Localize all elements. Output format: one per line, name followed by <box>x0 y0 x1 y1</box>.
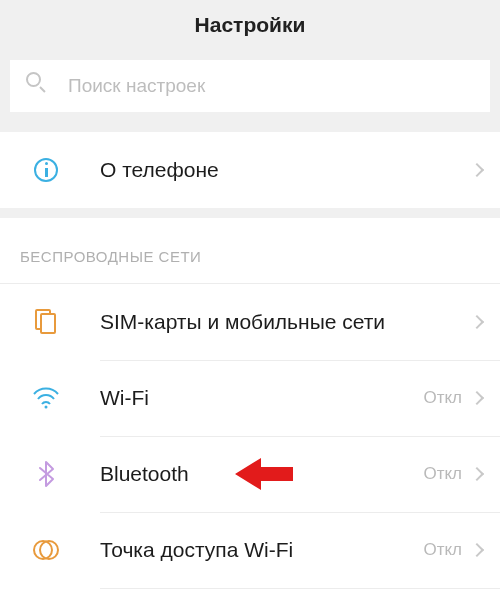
info-icon <box>32 156 60 184</box>
search-bar[interactable] <box>10 60 490 112</box>
wireless-card: БЕСПРОВОДНЫЕ СЕТИ SIM-карты и мобильные … <box>0 218 500 604</box>
search-icon <box>26 72 54 100</box>
hotspot-icon <box>32 536 60 564</box>
row-hotspot[interactable]: Точка доступа Wi-Fi Откл <box>0 512 500 588</box>
search-container <box>0 50 500 122</box>
chevron-right-icon <box>470 163 484 177</box>
page-title: Настройки <box>195 13 306 37</box>
svg-point-0 <box>45 406 48 409</box>
row-wifi[interactable]: Wi-Fi Откл <box>0 360 500 436</box>
sim-card-icon <box>32 308 60 336</box>
search-input[interactable] <box>68 75 474 97</box>
chevron-right-icon <box>470 315 484 329</box>
row-status: Откл <box>423 540 462 560</box>
row-bluetooth[interactable]: Bluetooth Откл <box>0 436 500 512</box>
row-status: Откл <box>423 388 462 408</box>
row-label: Wi-Fi <box>100 386 423 410</box>
row-label: Bluetooth <box>100 462 423 486</box>
section-header-wireless: БЕСПРОВОДНЫЕ СЕТИ <box>0 218 500 284</box>
bluetooth-icon <box>32 460 60 488</box>
chevron-right-icon <box>470 543 484 557</box>
row-about-phone[interactable]: О телефоне <box>0 132 500 208</box>
row-sim-cards[interactable]: SIM-карты и мобильные сети <box>0 284 500 360</box>
wifi-icon <box>32 384 60 412</box>
row-more-functions[interactable]: Дополнительные функции <box>0 588 500 604</box>
chevron-right-icon <box>470 467 484 481</box>
row-label: Точка доступа Wi-Fi <box>100 538 423 562</box>
row-label: SIM-карты и мобильные сети <box>100 310 472 334</box>
row-label: О телефоне <box>100 158 472 182</box>
chevron-right-icon <box>470 391 484 405</box>
app-header: Настройки <box>0 0 500 50</box>
about-card: О телефоне <box>0 132 500 208</box>
row-status: Откл <box>423 464 462 484</box>
